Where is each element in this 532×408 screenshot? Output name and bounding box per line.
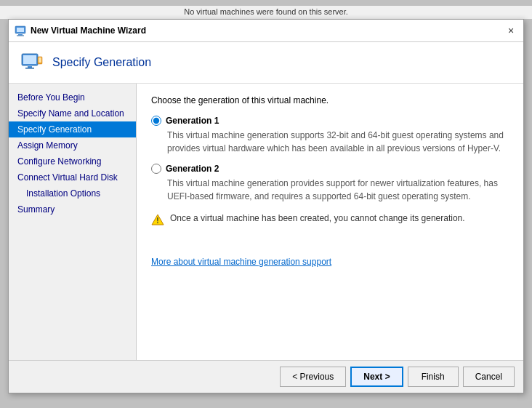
nav-item-configure-networking[interactable]: Configure Networking bbox=[9, 153, 136, 169]
dialog-header-title: Specify Generation bbox=[52, 56, 151, 69]
finish-button[interactable]: Finish bbox=[408, 367, 459, 387]
previous-button[interactable]: < Previous bbox=[280, 367, 346, 387]
generation-1-group: Generation 1 This virtual machine genera… bbox=[151, 116, 509, 155]
warning-icon: ! bbox=[151, 213, 164, 229]
svg-rect-1 bbox=[17, 28, 24, 32]
close-button[interactable]: × bbox=[504, 24, 517, 37]
generation-2-radio[interactable] bbox=[151, 164, 161, 174]
svg-rect-3 bbox=[17, 36, 24, 36]
dialog-body: Before You Begin Specify Name and Locati… bbox=[9, 84, 523, 360]
link-area: More about virtual machine generation su… bbox=[151, 251, 509, 267]
generation-2-label[interactable]: Generation 2 bbox=[151, 164, 509, 174]
warning-text: Once a virtual machine has been created,… bbox=[170, 213, 465, 223]
svg-text:!: ! bbox=[156, 217, 158, 225]
vm-icon bbox=[15, 25, 26, 36]
svg-rect-5 bbox=[23, 55, 36, 64]
content-panel: Choose the generation of this virtual ma… bbox=[136, 84, 523, 360]
warning-box: ! Once a virtual machine has been create… bbox=[151, 213, 509, 229]
cancel-button[interactable]: Cancel bbox=[463, 367, 515, 387]
dialog: New Virtual Machine Wizard × Specify Gen… bbox=[8, 19, 524, 393]
more-info-link[interactable]: More about virtual machine generation su… bbox=[151, 257, 331, 267]
title-bar-left: New Virtual Machine Wizard bbox=[15, 25, 146, 36]
dialog-header: Specify Generation bbox=[9, 42, 523, 84]
header-icon bbox=[20, 51, 44, 74]
svg-rect-7 bbox=[25, 68, 34, 69]
generation-1-description: This virtual machine generation supports… bbox=[167, 129, 509, 155]
nav-panel: Before You Begin Specify Name and Locati… bbox=[9, 84, 136, 360]
nav-item-assign-memory[interactable]: Assign Memory bbox=[9, 137, 136, 153]
generation-2-group: Generation 2 This virtual machine genera… bbox=[151, 164, 509, 203]
dialog-footer: < Previous Next > Finish Cancel bbox=[9, 360, 523, 393]
content-description: Choose the generation of this virtual ma… bbox=[151, 95, 509, 105]
nav-item-specify-generation[interactable]: Specify Generation bbox=[9, 121, 136, 137]
nav-item-specify-name-location[interactable]: Specify Name and Location bbox=[9, 105, 136, 121]
top-bar-message: No virtual machines were found on this s… bbox=[184, 7, 348, 16]
title-bar-text: New Virtual Machine Wizard bbox=[31, 25, 146, 36]
svg-rect-2 bbox=[18, 34, 23, 36]
next-button[interactable]: Next > bbox=[350, 367, 403, 387]
generation-1-label[interactable]: Generation 1 bbox=[151, 116, 509, 126]
svg-rect-6 bbox=[28, 66, 32, 68]
nav-item-before-you-begin[interactable]: Before You Begin bbox=[9, 89, 136, 105]
nav-item-installation-options[interactable]: Installation Options bbox=[9, 185, 136, 201]
generation-1-radio[interactable] bbox=[151, 116, 161, 126]
top-bar: No virtual machines were found on this s… bbox=[0, 6, 532, 19]
title-bar: New Virtual Machine Wizard × bbox=[9, 20, 523, 42]
nav-item-summary[interactable]: Summary bbox=[9, 201, 136, 217]
svg-rect-9 bbox=[39, 57, 41, 63]
nav-item-connect-vhd[interactable]: Connect Virtual Hard Disk bbox=[9, 169, 136, 185]
generation-2-description: This virtual machine generation provides… bbox=[167, 177, 509, 203]
